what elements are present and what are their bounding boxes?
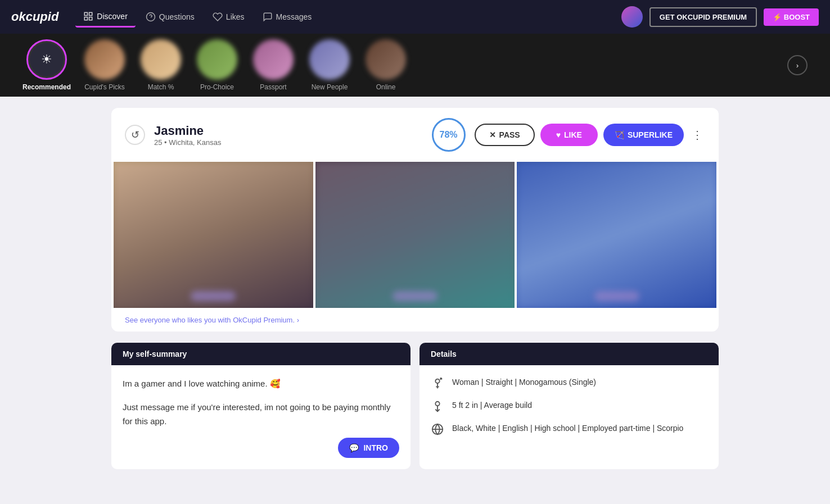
messages-icon: [263, 12, 273, 22]
like-button[interactable]: ♥ LIKE: [540, 124, 598, 146]
gender-text: Woman | Straight | Monogamous (Single): [452, 376, 596, 388]
back-button[interactable]: ↺: [125, 125, 145, 145]
globe-icon: [431, 423, 444, 437]
photos-row: [114, 162, 716, 308]
profile-sections: My self-summary Im a gamer and I love wa…: [111, 343, 719, 469]
online-thumb: [366, 39, 406, 80]
svg-rect-3: [89, 17, 92, 20]
boost-button[interactable]: ⚡ BOOST: [764, 8, 819, 26]
pass-icon: ✕: [489, 130, 496, 139]
premium-link[interactable]: See everyone who likes you with OkCupid …: [125, 316, 299, 324]
self-summary-header: My self-summary: [111, 343, 411, 365]
superlike-button[interactable]: 🏹 SUPERLIKE: [603, 124, 684, 146]
intro-button[interactable]: 💬 INTRO: [338, 438, 399, 458]
svg-rect-0: [85, 12, 88, 15]
nav-messages[interactable]: Messages: [255, 7, 320, 26]
category-next-button[interactable]: ›: [787, 55, 808, 75]
profile-card: ↺ Jasmine 25 • Wichita, Kansas 78% ✕ PAS…: [111, 108, 719, 332]
profile-info: Jasmine 25 • Wichita, Kansas: [154, 124, 423, 147]
background-text: Black, White | English | High school | E…: [452, 423, 683, 434]
svg-point-7: [435, 402, 439, 406]
recommended-icon: ☀: [41, 52, 52, 67]
category-new-people-label: New People: [312, 83, 348, 91]
profile-header: ↺ Jasmine 25 • Wichita, Kansas 78% ✕ PAS…: [111, 108, 719, 162]
category-bar: ☀ Recommended Cupid's Picks Match % Pro-…: [0, 34, 830, 97]
premium-button[interactable]: GET OKCUPID PREMIUM: [649, 7, 757, 27]
nav-questions[interactable]: Questions: [138, 7, 202, 26]
likes-icon: [213, 12, 223, 22]
self-summary-body: Im a gamer and I love watching anime. 🥰 …: [111, 365, 411, 469]
photo-1-blur-overlay: [191, 291, 236, 301]
message-icon: 💬: [349, 443, 359, 452]
nav-messages-label: Messages: [276, 12, 312, 21]
details-header: Details: [419, 343, 719, 365]
photo-2-blur-overlay: [393, 291, 437, 301]
details-card: Details Woman | Straight | Monogamous (S…: [419, 343, 719, 469]
discover-icon: [83, 11, 93, 21]
category-passport[interactable]: Passport: [251, 39, 296, 91]
nav-discover-label: Discover: [97, 12, 127, 21]
svg-point-6: [435, 379, 439, 383]
nav-discover[interactable]: Discover: [75, 7, 135, 28]
category-recommended-label: Recommended: [22, 83, 71, 91]
gender-icon: [431, 377, 444, 391]
category-recommended[interactable]: ☀ Recommended: [22, 39, 71, 91]
main-nav: Discover Questions Likes Messages: [75, 7, 621, 28]
pass-button[interactable]: ✕ PASS: [475, 124, 535, 146]
nav-questions-label: Questions: [159, 12, 195, 21]
self-summary-card: My self-summary Im a gamer and I love wa…: [111, 343, 411, 469]
nav-likes[interactable]: Likes: [205, 7, 252, 26]
pro-choice-thumb: [197, 39, 237, 80]
profile-age-location: 25 • Wichita, Kansas: [154, 138, 423, 147]
nav-likes-label: Likes: [226, 12, 245, 21]
category-online-label: Online: [376, 83, 396, 91]
header-right: GET OKCUPID PREMIUM ⚡ BOOST: [621, 6, 819, 28]
photo-2: [315, 162, 515, 308]
logo: okcupid: [11, 10, 58, 24]
category-passport-label: Passport: [260, 83, 286, 91]
photo-1: [114, 162, 313, 308]
new-people-thumb: [309, 39, 350, 80]
category-match[interactable]: Match %: [138, 39, 183, 91]
premium-prompt: See everyone who likes you with OkCupid …: [111, 308, 719, 332]
category-pro-choice[interactable]: Pro-Choice: [195, 39, 240, 91]
questions-icon: [146, 12, 156, 22]
cupids-picks-thumb: [84, 39, 125, 80]
height-icon: [431, 400, 444, 414]
category-cupids-picks-label: Cupid's Picks: [84, 83, 125, 91]
category-new-people[interactable]: New People: [307, 39, 352, 91]
detail-background: Black, White | English | High school | E…: [431, 423, 707, 437]
photo-3-blur-overlay: [594, 291, 639, 301]
action-buttons: ✕ PASS ♥ LIKE 🏹 SUPERLIKE ⋮: [475, 124, 705, 146]
match-circle: 78%: [432, 118, 466, 152]
profile-name: Jasmine: [154, 124, 423, 138]
summary-text: Im a gamer and I love watching anime. 🥰 …: [123, 376, 399, 429]
header: okcupid Discover Questions Likes Message…: [0, 0, 830, 34]
passport-thumb: [253, 39, 294, 80]
detail-height: 5 ft 2 in | Average build: [431, 399, 707, 414]
more-button[interactable]: ⋮: [689, 124, 705, 146]
avatar[interactable]: [621, 6, 643, 28]
details-body: Woman | Straight | Monogamous (Single) 5…: [419, 365, 719, 457]
match-thumb: [141, 39, 181, 80]
photo-3: [517, 162, 716, 308]
recommended-thumb: ☀: [26, 39, 67, 80]
heart-icon: ♥: [556, 130, 561, 139]
category-match-label: Match %: [148, 83, 174, 91]
main-content: ↺ Jasmine 25 • Wichita, Kansas 78% ✕ PAS…: [78, 97, 752, 480]
svg-rect-2: [85, 17, 88, 20]
category-online[interactable]: Online: [363, 39, 408, 91]
superlike-icon: 🏹: [615, 130, 624, 139]
svg-rect-1: [89, 12, 92, 15]
category-cupids-picks[interactable]: Cupid's Picks: [82, 39, 127, 91]
detail-gender: Woman | Straight | Monogamous (Single): [431, 376, 707, 391]
category-pro-choice-label: Pro-Choice: [200, 83, 234, 91]
height-text: 5 ft 2 in | Average build: [452, 399, 532, 411]
